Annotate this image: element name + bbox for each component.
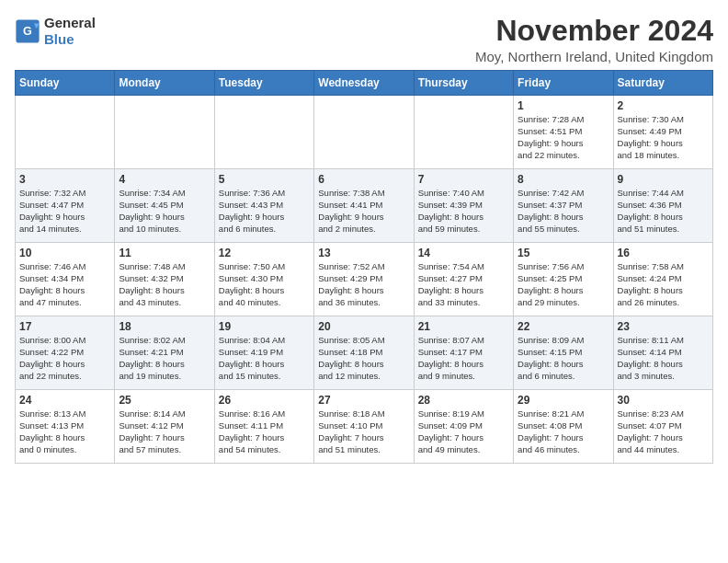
calendar-cell	[16, 96, 115, 169]
day-content: Sunrise: 8:02 AM Sunset: 4:21 PM Dayligh…	[119, 335, 210, 382]
day-number: 30	[618, 394, 709, 407]
day-content: Sunrise: 7:38 AM Sunset: 4:41 PM Dayligh…	[318, 188, 409, 235]
day-content: Sunrise: 7:28 AM Sunset: 4:51 PM Dayligh…	[518, 114, 609, 161]
logo-line1: General	[44, 15, 96, 31]
calendar-cell: 25Sunrise: 8:14 AM Sunset: 4:12 PM Dayli…	[115, 390, 214, 464]
day-number: 21	[418, 320, 509, 333]
day-number: 20	[318, 320, 409, 333]
calendar-cell: 20Sunrise: 8:05 AM Sunset: 4:18 PM Dayli…	[314, 316, 414, 390]
day-content: Sunrise: 7:32 AM Sunset: 4:47 PM Dayligh…	[19, 188, 110, 235]
day-number: 24	[19, 394, 110, 407]
day-content: Sunrise: 7:30 AM Sunset: 4:49 PM Dayligh…	[618, 114, 709, 161]
day-content: Sunrise: 7:54 AM Sunset: 4:27 PM Dayligh…	[418, 261, 509, 308]
logo-icon: G	[15, 18, 40, 44]
calendar-cell: 2Sunrise: 7:30 AM Sunset: 4:49 PM Daylig…	[613, 96, 712, 169]
day-content: Sunrise: 8:14 AM Sunset: 4:12 PM Dayligh…	[119, 408, 210, 455]
calendar-header-row: SundayMondayTuesdayWednesdayThursdayFrid…	[16, 71, 713, 96]
logo: G General Blue	[15, 15, 96, 48]
calendar-cell: 9Sunrise: 7:44 AM Sunset: 4:36 PM Daylig…	[613, 169, 712, 243]
page-header: G General Blue November 2024 Moy, Northe…	[15, 15, 713, 64]
calendar-cell: 18Sunrise: 8:02 AM Sunset: 4:21 PM Dayli…	[115, 316, 214, 390]
day-content: Sunrise: 8:00 AM Sunset: 4:22 PM Dayligh…	[19, 335, 110, 382]
day-number: 26	[219, 394, 310, 407]
calendar-cell: 4Sunrise: 7:34 AM Sunset: 4:45 PM Daylig…	[115, 169, 214, 243]
day-number: 25	[119, 394, 210, 407]
calendar-cell: 27Sunrise: 8:18 AM Sunset: 4:10 PM Dayli…	[314, 390, 414, 464]
day-content: Sunrise: 7:46 AM Sunset: 4:34 PM Dayligh…	[19, 261, 110, 308]
day-content: Sunrise: 8:04 AM Sunset: 4:19 PM Dayligh…	[219, 335, 310, 382]
day-number: 16	[618, 247, 709, 259]
calendar-cell: 14Sunrise: 7:54 AM Sunset: 4:27 PM Dayli…	[414, 243, 513, 316]
day-content: Sunrise: 8:18 AM Sunset: 4:10 PM Dayligh…	[318, 408, 409, 455]
day-content: Sunrise: 8:11 AM Sunset: 4:14 PM Dayligh…	[618, 335, 709, 382]
calendar-week-row: 10Sunrise: 7:46 AM Sunset: 4:34 PM Dayli…	[16, 243, 713, 316]
day-content: Sunrise: 8:23 AM Sunset: 4:07 PM Dayligh…	[618, 408, 709, 455]
logo-line2: Blue	[44, 31, 96, 48]
day-content: Sunrise: 7:42 AM Sunset: 4:37 PM Dayligh…	[518, 188, 609, 235]
header-wednesday: Wednesday	[314, 71, 414, 96]
day-number: 19	[219, 320, 310, 333]
day-content: Sunrise: 8:07 AM Sunset: 4:17 PM Dayligh…	[418, 335, 509, 382]
day-number: 7	[418, 173, 509, 186]
day-number: 2	[618, 99, 709, 112]
day-number: 12	[219, 247, 310, 259]
header-thursday: Thursday	[414, 71, 513, 96]
calendar-week-row: 24Sunrise: 8:13 AM Sunset: 4:13 PM Dayli…	[16, 390, 713, 464]
calendar-week-row: 1Sunrise: 7:28 AM Sunset: 4:51 PM Daylig…	[16, 96, 713, 169]
calendar-cell: 21Sunrise: 8:07 AM Sunset: 4:17 PM Dayli…	[414, 316, 513, 390]
day-number: 15	[518, 247, 609, 259]
calendar-cell: 29Sunrise: 8:21 AM Sunset: 4:08 PM Dayli…	[514, 390, 613, 464]
calendar-cell: 7Sunrise: 7:40 AM Sunset: 4:39 PM Daylig…	[414, 169, 513, 243]
calendar-cell: 15Sunrise: 7:56 AM Sunset: 4:25 PM Dayli…	[514, 243, 613, 316]
calendar-cell: 6Sunrise: 7:38 AM Sunset: 4:41 PM Daylig…	[314, 169, 414, 243]
calendar-table: SundayMondayTuesdayWednesdayThursdayFrid…	[15, 70, 713, 464]
day-content: Sunrise: 8:05 AM Sunset: 4:18 PM Dayligh…	[318, 335, 409, 382]
day-number: 23	[618, 320, 709, 333]
calendar-cell: 24Sunrise: 8:13 AM Sunset: 4:13 PM Dayli…	[16, 390, 115, 464]
day-number: 5	[219, 173, 310, 186]
calendar-cell	[414, 96, 513, 169]
day-content: Sunrise: 8:19 AM Sunset: 4:09 PM Dayligh…	[418, 408, 509, 455]
calendar-cell: 3Sunrise: 7:32 AM Sunset: 4:47 PM Daylig…	[16, 169, 115, 243]
calendar-cell: 28Sunrise: 8:19 AM Sunset: 4:09 PM Dayli…	[414, 390, 513, 464]
day-number: 22	[518, 320, 609, 333]
day-content: Sunrise: 8:21 AM Sunset: 4:08 PM Dayligh…	[518, 408, 609, 455]
day-content: Sunrise: 7:40 AM Sunset: 4:39 PM Dayligh…	[418, 188, 509, 235]
calendar-cell: 30Sunrise: 8:23 AM Sunset: 4:07 PM Dayli…	[613, 390, 712, 464]
day-content: Sunrise: 7:34 AM Sunset: 4:45 PM Dayligh…	[119, 188, 210, 235]
location-title: Moy, Northern Ireland, United Kingdom	[475, 49, 713, 64]
day-number: 1	[518, 99, 609, 112]
logo-text: General Blue	[44, 15, 96, 48]
calendar-cell: 16Sunrise: 7:58 AM Sunset: 4:24 PM Dayli…	[613, 243, 712, 316]
day-number: 3	[19, 173, 110, 186]
header-friday: Friday	[514, 71, 613, 96]
calendar-cell: 10Sunrise: 7:46 AM Sunset: 4:34 PM Dayli…	[16, 243, 115, 316]
day-content: Sunrise: 7:52 AM Sunset: 4:29 PM Dayligh…	[318, 261, 409, 308]
day-content: Sunrise: 7:50 AM Sunset: 4:30 PM Dayligh…	[219, 261, 310, 308]
day-number: 14	[418, 247, 509, 259]
calendar-cell: 19Sunrise: 8:04 AM Sunset: 4:19 PM Dayli…	[214, 316, 313, 390]
calendar-cell: 13Sunrise: 7:52 AM Sunset: 4:29 PM Dayli…	[314, 243, 414, 316]
day-number: 27	[318, 394, 409, 407]
day-number: 9	[618, 173, 709, 186]
day-content: Sunrise: 7:58 AM Sunset: 4:24 PM Dayligh…	[618, 261, 709, 308]
month-title: November 2024	[475, 15, 713, 47]
calendar-cell: 5Sunrise: 7:36 AM Sunset: 4:43 PM Daylig…	[214, 169, 313, 243]
header-tuesday: Tuesday	[214, 71, 313, 96]
calendar-cell: 8Sunrise: 7:42 AM Sunset: 4:37 PM Daylig…	[514, 169, 613, 243]
day-content: Sunrise: 8:16 AM Sunset: 4:11 PM Dayligh…	[219, 408, 310, 455]
day-number: 8	[518, 173, 609, 186]
day-number: 28	[418, 394, 509, 407]
svg-text:G: G	[23, 25, 32, 38]
calendar-cell: 26Sunrise: 8:16 AM Sunset: 4:11 PM Dayli…	[214, 390, 313, 464]
calendar-cell: 22Sunrise: 8:09 AM Sunset: 4:15 PM Dayli…	[514, 316, 613, 390]
calendar-week-row: 17Sunrise: 8:00 AM Sunset: 4:22 PM Dayli…	[16, 316, 713, 390]
calendar-cell: 12Sunrise: 7:50 AM Sunset: 4:30 PM Dayli…	[214, 243, 313, 316]
day-content: Sunrise: 8:09 AM Sunset: 4:15 PM Dayligh…	[518, 335, 609, 382]
title-block: November 2024 Moy, Northern Ireland, Uni…	[475, 15, 713, 64]
day-number: 11	[119, 247, 210, 259]
calendar-week-row: 3Sunrise: 7:32 AM Sunset: 4:47 PM Daylig…	[16, 169, 713, 243]
calendar-cell	[115, 96, 214, 169]
day-number: 17	[19, 320, 110, 333]
day-number: 29	[518, 394, 609, 407]
